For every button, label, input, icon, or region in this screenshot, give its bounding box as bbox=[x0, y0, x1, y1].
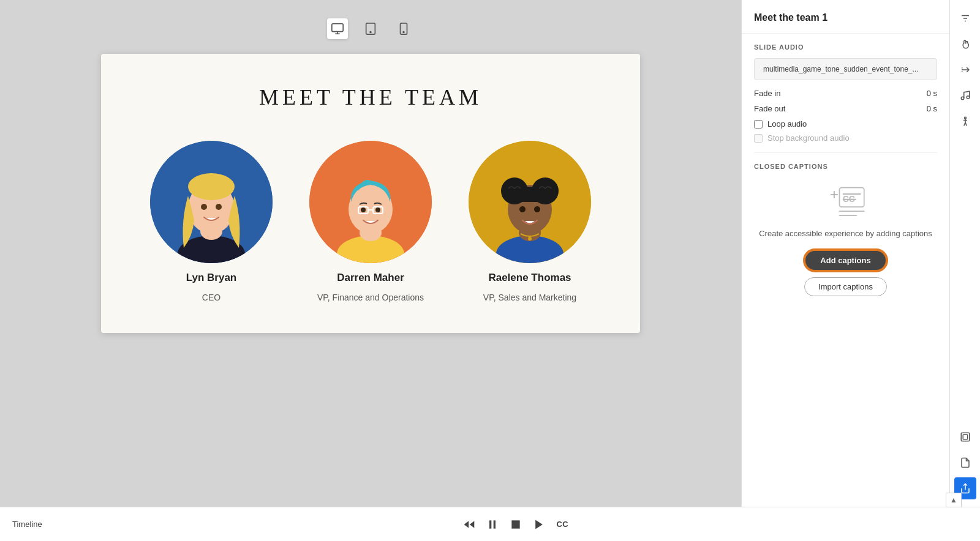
svg-rect-48 bbox=[963, 435, 968, 439]
svg-point-45 bbox=[967, 96, 970, 99]
play-button[interactable] bbox=[533, 518, 545, 531]
member-raelene-name: Raelene Thomas bbox=[488, 272, 571, 284]
svg-point-4 bbox=[370, 32, 371, 33]
svg-point-13 bbox=[216, 204, 222, 210]
cc-icon-area: + CC Create accessible experience by add… bbox=[754, 182, 937, 296]
svg-point-30 bbox=[519, 206, 526, 212]
svg-marker-50 bbox=[464, 521, 469, 528]
accessibility-icon[interactable] bbox=[954, 110, 976, 132]
timeline-bar: Timeline CC ▲ bbox=[0, 507, 980, 541]
rewind-button[interactable] bbox=[463, 518, 475, 531]
svg-marker-55 bbox=[536, 520, 543, 529]
right-panel: Meet the team 1 SLIDE AUDIO multimedia_g… bbox=[741, 0, 949, 507]
closed-captions-label: CLOSED CAPTIONS bbox=[754, 163, 937, 170]
svg-marker-51 bbox=[470, 521, 475, 528]
cc-toggle-button[interactable]: CC bbox=[556, 520, 568, 529]
member-darren-name: Darren Maher bbox=[337, 272, 404, 284]
member-lyn: Lyn Bryan CEO bbox=[150, 141, 273, 302]
slide-audio-label: SLIDE AUDIO bbox=[754, 43, 937, 51]
loop-audio-checkbox[interactable] bbox=[754, 120, 763, 129]
avatar-raelene bbox=[469, 141, 591, 263]
touch-icon[interactable] bbox=[954, 33, 976, 55]
panel-header: Meet the team 1 bbox=[742, 0, 949, 34]
section-divider bbox=[754, 152, 937, 153]
svg-rect-54 bbox=[512, 520, 520, 528]
stop-bg-audio-row: Stop background audio bbox=[754, 133, 937, 143]
panel-title: Meet the team 1 bbox=[754, 12, 937, 23]
audio-icon[interactable] bbox=[954, 84, 976, 106]
panel-content: SLIDE AUDIO multimedia_game_tone_sudden_… bbox=[742, 34, 949, 507]
svg-point-46 bbox=[964, 117, 966, 119]
desktop-view-button[interactable] bbox=[327, 18, 348, 39]
svg-point-11 bbox=[188, 173, 235, 200]
fade-in-row: Fade in 0 s bbox=[754, 89, 937, 98]
svg-text:+: + bbox=[829, 186, 838, 203]
fade-out-value: 0 s bbox=[927, 104, 937, 113]
svg-rect-29 bbox=[514, 187, 545, 202]
fade-out-row: Fade out 0 s bbox=[754, 104, 937, 113]
svg-rect-0 bbox=[332, 24, 343, 32]
svg-point-31 bbox=[534, 206, 540, 212]
icons-rail bbox=[949, 0, 980, 507]
avatar-lyn bbox=[150, 141, 273, 263]
filter-icon[interactable] bbox=[954, 7, 976, 29]
closed-captions-section: CLOSED CAPTIONS + CC bbox=[754, 163, 937, 296]
transitions-icon[interactable] bbox=[954, 59, 976, 81]
member-darren-role: VP, Finance and Operations bbox=[317, 293, 424, 302]
member-lyn-role: CEO bbox=[202, 293, 221, 302]
svg-point-12 bbox=[201, 204, 207, 210]
svg-point-6 bbox=[403, 32, 404, 33]
stop-bg-audio-checkbox[interactable] bbox=[754, 134, 763, 143]
svg-point-22 bbox=[375, 207, 380, 212]
add-captions-icon: + CC bbox=[824, 182, 867, 219]
team-members: Lyn Bryan CEO bbox=[150, 141, 591, 302]
tablet-view-button[interactable] bbox=[360, 18, 381, 39]
scroll-up-button[interactable]: ▲ bbox=[946, 493, 962, 507]
member-darren: Darren Maher VP, Finance and Operations bbox=[309, 141, 432, 302]
loop-audio-label: Loop audio bbox=[767, 119, 807, 129]
svg-point-32 bbox=[528, 237, 532, 241]
member-raelene-role: VP, Sales and Marketing bbox=[483, 293, 576, 302]
loop-audio-row: Loop audio bbox=[754, 119, 937, 129]
svg-text:CC: CC bbox=[842, 194, 854, 204]
timeline-controls: CC bbox=[64, 518, 968, 531]
svg-point-44 bbox=[961, 97, 964, 100]
import-captions-button[interactable]: Import captions bbox=[804, 277, 887, 296]
fade-in-label: Fade in bbox=[754, 89, 780, 98]
svg-rect-47 bbox=[961, 433, 970, 441]
fade-out-label: Fade out bbox=[754, 104, 785, 113]
stop-bg-audio-label: Stop background audio bbox=[767, 133, 850, 143]
add-captions-button[interactable]: Add captions bbox=[804, 250, 886, 271]
slide-canvas: MEET THE TEAM bbox=[101, 54, 640, 333]
stop-button[interactable] bbox=[510, 518, 522, 531]
avatar-darren bbox=[309, 141, 432, 263]
device-toolbar bbox=[327, 18, 414, 39]
canvas-area: MEET THE TEAM bbox=[0, 0, 741, 507]
play-pause-button[interactable] bbox=[486, 518, 499, 531]
document-icon[interactable] bbox=[954, 452, 976, 474]
phone-view-button[interactable] bbox=[393, 18, 414, 39]
member-lyn-name: Lyn Bryan bbox=[186, 272, 237, 284]
svg-rect-52 bbox=[489, 520, 491, 528]
svg-rect-53 bbox=[494, 520, 496, 528]
cc-description: Create accessible experience by adding c… bbox=[759, 228, 932, 240]
svg-point-21 bbox=[361, 207, 366, 212]
fade-in-value: 0 s bbox=[927, 89, 937, 98]
timeline-label: Timeline bbox=[12, 520, 42, 529]
frame-icon[interactable] bbox=[954, 426, 976, 448]
slide-title: MEET THE TEAM bbox=[259, 84, 482, 110]
member-raelene: Raelene Thomas VP, Sales and Marketing bbox=[469, 141, 591, 302]
audio-file-display: multimedia_game_tone_sudden_event_tone_.… bbox=[754, 58, 937, 80]
